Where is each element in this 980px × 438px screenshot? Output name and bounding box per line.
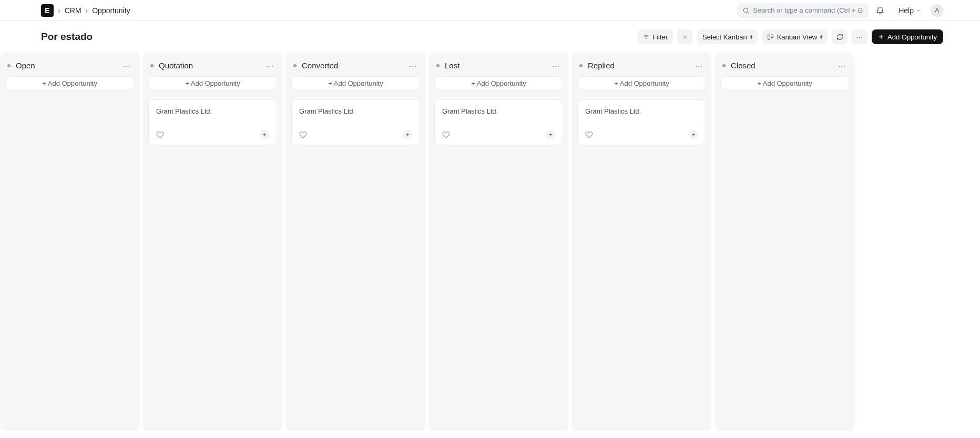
sort-icon: ▴▾: [820, 34, 822, 39]
search-icon: [742, 7, 750, 14]
app-logo[interactable]: E: [41, 4, 54, 17]
column-title-wrap: Closed: [722, 61, 756, 70]
heart-icon: [585, 131, 593, 139]
plus-icon: +: [548, 131, 552, 138]
chevron-right-icon: ›: [85, 6, 89, 15]
global-search[interactable]: [737, 3, 869, 18]
column-name: Closed: [731, 61, 756, 70]
column-more-button[interactable]: ···: [265, 62, 275, 70]
select-kanban-label: Select Kanban: [702, 33, 747, 41]
like-button[interactable]: [442, 131, 450, 139]
column-add-opportunity-button[interactable]: + Add Opportunity: [577, 76, 706, 90]
notifications-button[interactable]: [873, 3, 887, 18]
divider: [892, 6, 892, 15]
column-add-opportunity-button[interactable]: + Add Opportunity: [291, 76, 420, 90]
help-label: Help: [899, 6, 914, 15]
like-button[interactable]: [299, 131, 307, 139]
topbar-right: Help A: [737, 3, 943, 18]
plus-icon: +: [691, 131, 695, 138]
column-add-opportunity-button[interactable]: + Add Opportunity: [148, 76, 277, 90]
sort-icon: ▴▾: [750, 34, 752, 39]
card-title: Grant Plastics Ltd.: [585, 107, 698, 115]
more-actions-button[interactable]: ···: [852, 29, 867, 44]
plus-icon: +: [405, 131, 409, 138]
column-title-wrap: Open: [7, 61, 35, 70]
column-title-wrap: Lost: [436, 61, 460, 70]
status-dot-icon: [7, 64, 11, 67]
add-opportunity-primary-button[interactable]: Add Opportunity: [872, 29, 943, 44]
opportunity-card[interactable]: Grant Plastics Ltd.+: [434, 99, 563, 145]
page-title: Por estado: [41, 31, 93, 43]
status-dot-icon: [150, 64, 154, 67]
breadcrumb-opportunity[interactable]: Opportunity: [92, 6, 130, 15]
heart-icon: [299, 131, 307, 139]
card-assign-button[interactable]: +: [260, 130, 269, 139]
column-more-button[interactable]: ···: [551, 62, 561, 70]
board-scroll[interactable]: Open···+ Add OpportunityQuotation···+ Ad…: [0, 53, 980, 431]
column-title-wrap: Replied: [579, 61, 615, 70]
column-add-opportunity-button[interactable]: + Add Opportunity: [720, 76, 849, 90]
kanban-icon: [767, 34, 774, 40]
breadcrumb-crm[interactable]: CRM: [65, 6, 81, 15]
column-header: Converted···: [291, 57, 420, 76]
column-add-opportunity-button[interactable]: + Add Opportunity: [5, 76, 134, 90]
opportunity-card[interactable]: Grant Plastics Ltd.+: [577, 99, 706, 145]
card-assign-button[interactable]: +: [546, 130, 555, 139]
filter-icon: [643, 34, 649, 40]
card-title: Grant Plastics Ltd.: [299, 107, 412, 115]
column-more-button[interactable]: ···: [694, 62, 704, 70]
card-footer: +: [299, 130, 412, 139]
view-select-button[interactable]: Kanban View ▴▾: [762, 29, 828, 44]
heart-icon: [156, 131, 164, 139]
topbar-left: E › CRM › Opportunity: [41, 4, 130, 17]
column-add-label: + Add Opportunity: [614, 79, 669, 87]
kanban-column[interactable]: Replied···+ Add OpportunityGrant Plastic…: [572, 53, 711, 431]
heart-icon: [442, 131, 450, 139]
add-opportunity-label: Add Opportunity: [887, 33, 937, 41]
search-input[interactable]: [753, 6, 863, 14]
card-assign-button[interactable]: +: [689, 130, 698, 139]
view-label: Kanban View: [777, 33, 817, 41]
column-header: Closed···: [720, 57, 849, 76]
clear-filter-button[interactable]: [677, 29, 693, 44]
avatar[interactable]: A: [931, 4, 943, 17]
status-dot-icon: [436, 64, 440, 67]
column-add-label: + Add Opportunity: [42, 79, 97, 87]
refresh-button[interactable]: [832, 29, 848, 44]
opportunity-card[interactable]: Grant Plastics Ltd.+: [148, 99, 277, 145]
column-header: Replied···: [577, 57, 706, 76]
kanban-column[interactable]: Closed···+ Add Opportunity: [715, 53, 854, 431]
column-name: Lost: [445, 61, 460, 70]
kanban-column[interactable]: Converted···+ Add OpportunityGrant Plast…: [286, 53, 425, 431]
more-icon: ···: [856, 33, 863, 41]
chevron-down-icon: [916, 8, 921, 13]
kanban-column[interactable]: Lost···+ Add OpportunityGrant Plastics L…: [429, 53, 568, 431]
help-button[interactable]: Help: [896, 6, 923, 15]
bell-icon: [876, 6, 884, 15]
toolbar: Filter Select Kanban ▴▾ Kanban View ▴▾: [638, 29, 943, 44]
svg-point-0: [744, 8, 748, 12]
column-header: Quotation···: [148, 57, 277, 76]
column-add-opportunity-button[interactable]: + Add Opportunity: [434, 76, 563, 90]
column-title-wrap: Converted: [293, 61, 338, 70]
plus-icon: +: [262, 131, 266, 138]
column-name: Converted: [302, 61, 338, 70]
card-assign-button[interactable]: +: [403, 130, 412, 139]
like-button[interactable]: [156, 131, 164, 139]
card-footer: +: [442, 130, 555, 139]
column-more-button[interactable]: ···: [837, 62, 847, 70]
kanban-column[interactable]: Open···+ Add Opportunity: [0, 53, 139, 431]
kanban-column[interactable]: Quotation···+ Add OpportunityGrant Plast…: [143, 53, 282, 431]
card-title: Grant Plastics Ltd.: [442, 107, 555, 115]
filter-button[interactable]: Filter: [638, 29, 673, 44]
column-add-label: + Add Opportunity: [185, 79, 240, 87]
close-icon: [682, 34, 688, 40]
card-footer: +: [156, 130, 269, 139]
column-more-button[interactable]: ···: [408, 62, 418, 70]
logo-letter: E: [45, 6, 49, 15]
column-more-button[interactable]: ···: [122, 62, 132, 70]
like-button[interactable]: [585, 131, 593, 139]
select-kanban-button[interactable]: Select Kanban ▴▾: [697, 29, 758, 44]
column-add-label: + Add Opportunity: [471, 79, 526, 87]
opportunity-card[interactable]: Grant Plastics Ltd.+: [291, 99, 420, 145]
